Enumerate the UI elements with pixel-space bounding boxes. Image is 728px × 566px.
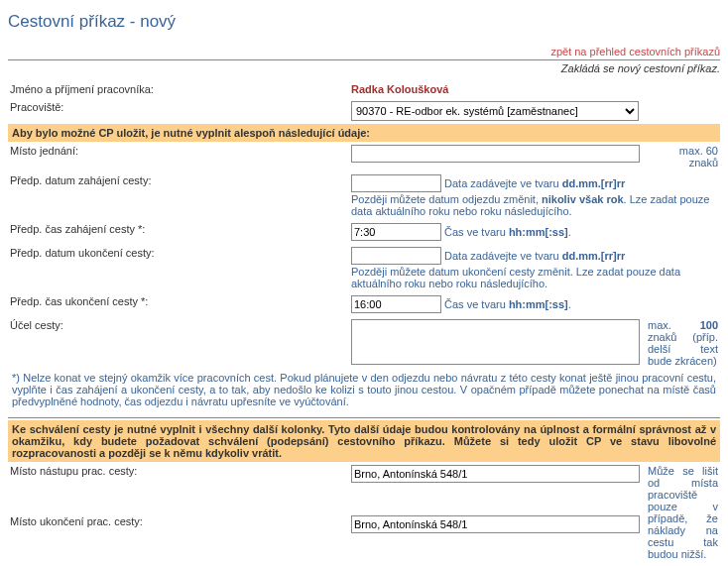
place-hint: max. 60 znaků	[646, 142, 720, 171]
purpose-label: Účel cesty:	[8, 316, 349, 370]
name-label: Jméno a příjmení pracovníka:	[8, 80, 349, 98]
required-bar: Aby bylo možné CP uložit, je nutné vypln…	[8, 124, 720, 142]
approval-bar: Ke schválení cesty je nutné vyplnit i vš…	[8, 420, 720, 462]
end-time-input[interactable]	[351, 295, 441, 313]
start-date-hint2: Později můžete datum odjezdu změnit, nik…	[351, 193, 718, 217]
start-place-label: Místo nástupu prac. cesty:	[8, 462, 349, 512]
place-label: Místo jednání:	[8, 142, 349, 171]
divider	[8, 417, 720, 418]
start-time-input[interactable]	[351, 223, 441, 241]
places-hint: Může se lišit od místa pracoviště pouze …	[646, 462, 720, 563]
end-time-label: Předp. čas ukončení cesty *:	[8, 292, 349, 316]
end-date-input[interactable]	[351, 247, 441, 265]
end-date-hint2: Později můžete datum ukončení cesty změn…	[351, 266, 718, 289]
end-place-label: Místo ukončení prac. cesty:	[8, 512, 349, 563]
end-date-hint: Data zadávejte ve tvaru dd.mm.[rr]rr	[444, 250, 625, 262]
name-value: Radka Koloušková	[349, 80, 720, 98]
page-title: Cestovní příkaz - nový	[8, 12, 720, 32]
end-place-input[interactable]	[351, 515, 640, 533]
divider	[8, 59, 720, 60]
back-link[interactable]: zpět na přehled cestovních příkazů	[550, 46, 720, 57]
workplace-label: Pracoviště:	[8, 98, 349, 124]
start-time-hint: Čas ve tvaru hh:mm[:ss].	[444, 226, 571, 238]
purpose-hint: max. 100 znaků (příp. delší text bude zk…	[646, 316, 720, 370]
start-place-input[interactable]	[351, 465, 640, 483]
workplace-select[interactable]: 90370 - RE-odbor ek. systémů [zaměstnane…	[351, 101, 639, 121]
start-time-label: Předp. čas zahájení cesty *:	[8, 220, 349, 244]
end-date-label: Předp. datum ukončení cesty:	[8, 244, 349, 292]
start-date-label: Předp. datum zahájení cesty:	[8, 171, 349, 220]
footnote: *) Nelze konat ve stejný okamžik více pr…	[8, 370, 720, 415]
subtitle: Zakládá se nový cestovní příkaz.	[8, 62, 720, 74]
start-date-input[interactable]	[351, 174, 441, 192]
place-input[interactable]	[351, 145, 640, 163]
purpose-textarea[interactable]	[351, 319, 640, 365]
end-time-hint: Čas ve tvaru hh:mm[:ss].	[444, 298, 571, 310]
start-date-hint: Data zadávejte ve tvaru dd.mm.[rr]rr	[444, 177, 625, 189]
